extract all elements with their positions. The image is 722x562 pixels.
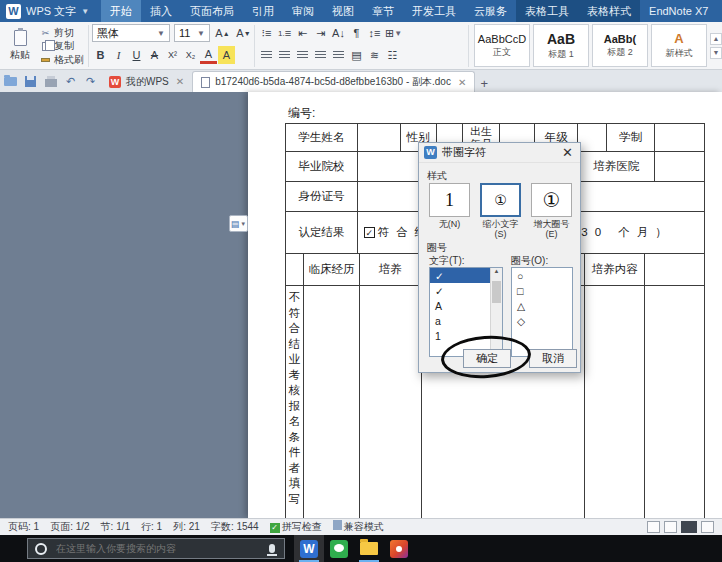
tab-table-tools[interactable]: 表格工具 [516,0,578,22]
redo-icon[interactable]: ↷ [84,75,97,88]
cell-student-name[interactable] [358,124,401,152]
taskbar-file-explorer-icon[interactable] [354,535,384,562]
cell-blank[interactable] [304,286,360,519]
circle-option[interactable]: ○ [512,268,572,283]
bullets-button[interactable]: ⁝≡ [258,24,275,42]
cut-button[interactable]: ✂ 剪切 [40,26,84,39]
line-spacing-button[interactable]: ↕≡ [366,24,383,42]
print-layout-view-icon[interactable] [647,521,660,533]
grow-font-button[interactable]: A▲ [214,24,231,42]
microphone-icon[interactable] [269,544,275,553]
checked-checkbox-icon[interactable]: ✓ [364,227,375,238]
taskbar-colorful-app-icon[interactable] [384,535,414,562]
active-view-icon[interactable] [681,521,697,533]
taskbar-search-box[interactable] [27,538,285,559]
close-icon[interactable]: ✕ [560,145,575,160]
align-right-button[interactable] [294,46,311,64]
cell-training-hospital[interactable] [655,152,705,182]
new-style-button[interactable]: A 新样式 [651,24,707,67]
gallery-down-button[interactable]: ▼ [710,47,722,59]
align-center-button[interactable] [276,46,293,64]
floating-paste-options-icon[interactable]: ▤▼ [229,215,248,232]
increase-indent-button[interactable]: ⇥ [312,24,329,42]
tab-endnote[interactable]: EndNote X7 [640,0,717,22]
circle-option[interactable]: □ [512,283,572,298]
taskbar-wps-icon[interactable]: W [294,535,324,562]
copy-button[interactable]: 复制 [40,40,84,53]
tab-document[interactable]: b17240d6-b5da-4874-bc5d-d8efbbe163b0 - 副… [192,71,475,92]
cortana-icon[interactable] [35,543,47,555]
shrink-font-button[interactable]: A▼ [235,24,252,42]
tab-references[interactable]: 引用 [243,0,283,22]
font-color-button[interactable]: A [200,46,217,64]
style-option-shrink-text[interactable]: ① 缩小文字(S) [478,183,523,239]
highlight-button[interactable]: A [218,46,235,64]
tab-view[interactable]: 视图 [323,0,363,22]
web-layout-view-icon[interactable] [664,521,677,533]
dialog-title-bar[interactable]: W 带圈字符 ✕ [419,143,580,163]
text-direction-button[interactable]: ≋ [366,46,383,64]
sort-button[interactable]: A↓ [330,24,347,42]
open-folder-icon[interactable] [4,75,17,88]
gallery-up-button[interactable]: ▲ [710,33,722,45]
tab-section[interactable]: 章节 [363,0,403,22]
font-size-combo[interactable]: 11 ▼ [174,24,210,42]
tab-dev-tools[interactable]: 开发工具 [403,0,465,22]
style-option-none[interactable]: 1 无(N) [427,183,472,229]
spellcheck-status[interactable]: ✓拼写检查 [270,520,322,534]
tab-review[interactable]: 审阅 [283,0,323,22]
font-name-combo[interactable]: 黑体 ▼ [92,24,170,42]
scrollbar-thumb[interactable] [492,281,501,303]
borders-button[interactable]: ⊞▼ [384,24,403,42]
cell-blank[interactable] [585,286,645,519]
circle-option[interactable]: ◇ [512,313,572,328]
cell-blank[interactable] [360,286,422,519]
tab-page-layout[interactable]: 页面布局 [181,0,243,22]
app-logo[interactable]: W WPS 文字 ▼ [0,0,101,22]
taskbar-green-app-icon[interactable] [324,535,354,562]
print-icon[interactable] [44,75,57,88]
style-option-enlarge-circle[interactable]: ① 增大圈号(E) [529,183,574,239]
cell-grade[interactable] [578,124,607,152]
align-left-button[interactable] [258,46,275,64]
cancel-button[interactable]: 取消 [529,349,577,368]
scroll-up-icon[interactable]: ▲ [494,268,500,274]
italic-button[interactable]: I [110,46,127,64]
strikethrough-button[interactable]: A [146,46,163,64]
compat-mode-status[interactable]: 兼容模式 [333,520,384,534]
save-icon[interactable] [24,75,37,88]
superscript-button[interactable]: X² [164,46,181,64]
distribute-button[interactable] [330,46,347,64]
underline-button[interactable]: U [128,46,145,64]
new-tab-button[interactable]: + [475,74,493,92]
close-icon[interactable]: ✕ [458,77,466,88]
close-icon[interactable]: ✕ [176,76,184,87]
style-heading2[interactable]: AaBb( 标题 2 [592,24,648,67]
status-word-count[interactable]: 字数: 1544 [211,520,259,534]
tab-table-style[interactable]: 表格样式 [578,0,640,22]
undo-icon[interactable]: ↶ [64,75,77,88]
tab-insert[interactable]: 插入 [141,0,181,22]
search-input[interactable] [54,542,262,555]
tab-my-wps[interactable]: W 我的WPS ✕ [101,71,192,92]
paste-button[interactable]: 粘贴 [4,24,36,68]
cell-blank[interactable] [645,286,705,519]
decrease-indent-button[interactable]: ⇤ [294,24,311,42]
paragraph-settings-button[interactable]: ☷ [384,46,401,64]
shading-button[interactable]: ▤ [348,46,365,64]
tab-home[interactable]: 开始 [101,0,141,22]
style-heading1[interactable]: AaB 标题 1 [533,24,589,67]
circle-option[interactable]: △ [512,298,572,313]
tab-cloud[interactable]: 云服务 [465,0,516,22]
show-marks-button[interactable]: ¶ [348,24,365,42]
label-id-number: 身份证号 [286,182,358,212]
numbering-button[interactable]: 1.≡ [276,24,293,42]
bold-button[interactable]: B [92,46,109,64]
cell-program-length[interactable] [655,124,705,152]
format-painter-button[interactable]: 格式刷 [40,53,84,66]
justify-button[interactable] [312,46,329,64]
label-program-length: 学制 [607,124,655,152]
subscript-button[interactable]: X₂ [182,46,199,64]
fullscreen-view-icon[interactable] [701,521,714,533]
style-normal[interactable]: AaBbCcD 正文 [474,24,530,67]
